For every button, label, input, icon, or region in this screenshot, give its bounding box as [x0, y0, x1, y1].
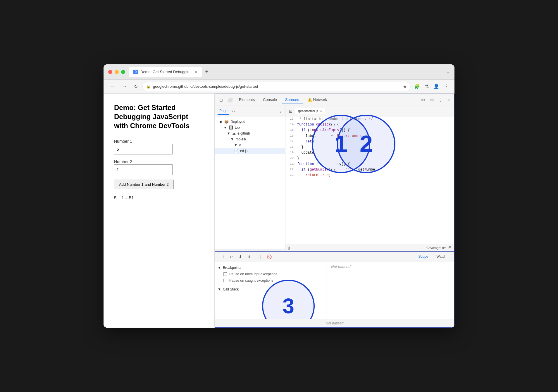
file-tree-github[interactable]: ▼ ☁ e.github: [215, 130, 285, 136]
code-line-13: 13 * limitations under the License. */: [285, 116, 454, 122]
caught-label: Pause on caught exceptions: [229, 278, 273, 283]
step-into-button[interactable]: ⬇: [237, 253, 244, 260]
maximize-traffic-light[interactable]: [121, 70, 125, 74]
code-line-16: 16 label. = 'Error: one c: [285, 133, 454, 139]
call-stack-header[interactable]: ▼ Call Stack: [218, 286, 324, 293]
browser-tab[interactable]: D Demo: Get Started Debuggin... ×: [129, 67, 202, 77]
file-tree-js[interactable]: 📄 ed.js: [215, 148, 285, 154]
not-paused-text: Not paused: [331, 264, 351, 269]
result-text: 5 + 1 = 51: [114, 195, 204, 200]
profile-button[interactable]: 👤: [432, 82, 440, 90]
coverage-button[interactable]: ⊞: [448, 245, 452, 250]
sources-menu-button[interactable]: ⋮: [279, 109, 283, 114]
tab-dropdown-icon[interactable]: ⌄: [446, 70, 450, 74]
code-line-22: 22 if (getNumber1() === '' || getNumbe: [285, 167, 454, 173]
coverage-text: Coverage: n/a: [426, 246, 447, 250]
d-arrow: ▼: [234, 143, 237, 147]
browser-window: D Demo: Get Started Debuggin... × + ⌄ ← …: [104, 64, 454, 328]
address-bar[interactable]: 🔒 googlechrome.github.io/devtools-sample…: [142, 82, 411, 91]
call-stack-label: Call Stack: [223, 287, 239, 291]
minimize-traffic-light[interactable]: [115, 70, 119, 74]
code-line-18: 18 }: [285, 145, 454, 150]
more-tabs-button[interactable]: >>: [419, 97, 427, 103]
breakpoints-header[interactable]: ▼ Breakpoints: [218, 264, 324, 271]
title-bar: D Demo: Get Started Debuggin... × + ⌄: [104, 64, 454, 80]
close-traffic-light[interactable]: [108, 70, 112, 74]
js-label: ed.js: [240, 149, 247, 153]
pretty-print-icon[interactable]: {}: [288, 246, 290, 250]
file-tree-samples[interactable]: ▼ mples/: [215, 136, 285, 142]
samples-label: mples/: [236, 137, 246, 141]
scope-tab[interactable]: Scope: [414, 253, 432, 260]
main-area: Demo: Get Started Debugging JavaScript w…: [104, 94, 454, 328]
sources-page-tab[interactable]: Page: [218, 108, 229, 115]
editor-status-bar: {} Coverage: n/a ⊞: [285, 244, 454, 251]
debug-tab-area: Scope Watch: [414, 253, 450, 260]
page-content: Demo: Get Started Debugging JavaScript w…: [104, 94, 215, 328]
editor-tab-close[interactable]: ×: [320, 109, 322, 113]
deployed-label: Deployed: [230, 120, 245, 124]
back-button[interactable]: ←: [108, 83, 118, 90]
top-label: top: [235, 125, 240, 130]
step-button[interactable]: →|: [254, 253, 263, 260]
uncaught-checkbox[interactable]: [223, 272, 227, 276]
device-mode-button[interactable]: ⬜: [226, 97, 234, 104]
scope-panel: Not paused: [326, 262, 454, 319]
pause-button[interactable]: ⏸: [219, 253, 226, 260]
tab-close-btn[interactable]: ×: [195, 70, 197, 74]
file-tree: ▶ 📦 Deployed ▼ 🔲 top ▼ ☁: [215, 116, 285, 249]
github-arrow: ▼: [227, 131, 230, 135]
code-editor[interactable]: 13 * limitations under the License. */ 1…: [285, 116, 454, 244]
forward-button[interactable]: →: [120, 83, 129, 90]
devtools-body-wrapper: Page >> ⋮ ▶ 📦 Deployed ▼: [215, 106, 454, 327]
file-tree-d[interactable]: ▼ d: [215, 142, 285, 148]
file-tree-top[interactable]: ▼ 🔲 top: [215, 125, 285, 130]
add-button[interactable]: Add Number 1 and Number 2: [114, 180, 174, 189]
code-line-21: 21 function i ty() {: [285, 161, 454, 167]
extensions-button[interactable]: 🧩: [413, 82, 421, 90]
call-stack-arrow: ▼: [218, 287, 221, 291]
top-arrow: ▼: [223, 125, 227, 130]
uncaught-label: Pause on uncaught exceptions: [229, 272, 277, 276]
sources-more-button[interactable]: >>: [232, 109, 235, 113]
breakpoints-panel: ▼ Breakpoints Pause on uncaught exceptio…: [215, 262, 326, 319]
number2-label: Number 2: [114, 159, 132, 164]
step-out-button[interactable]: ⬆: [246, 253, 253, 260]
tab-elements[interactable]: Elements: [235, 96, 258, 104]
nav-bar: ← → ↻ 🔒 googlechrome.github.io/devtools-…: [104, 80, 454, 94]
watch-tab[interactable]: Watch: [432, 253, 450, 260]
tab-favicon: D: [133, 70, 138, 74]
caught-checkbox[interactable]: [223, 279, 227, 282]
devtools-panel: ⊡ ⬜ Elements Console Sources ⚠️ Network …: [215, 94, 454, 328]
more-options-button[interactable]: ⋮: [437, 97, 445, 104]
settings-button[interactable]: ⚙: [428, 97, 436, 104]
breakpoint-caught: Pause on caught exceptions: [218, 277, 324, 284]
d-label: d: [239, 143, 241, 147]
tab-title: Demo: Get Started Debuggin...: [140, 70, 192, 74]
bookmark-icon[interactable]: ★: [403, 84, 407, 89]
close-devtools-button[interactable]: ×: [446, 97, 452, 104]
more-menu-button[interactable]: ⋮: [443, 82, 450, 90]
new-tab-button[interactable]: +: [203, 68, 211, 76]
inspect-element-button[interactable]: ⊡: [218, 97, 225, 104]
sources-scrollbar[interactable]: [215, 249, 285, 251]
file-tree-deployed[interactable]: ▶ 📦 Deployed: [215, 119, 285, 125]
code-line-19: 19 update: [285, 150, 454, 156]
traffic-lights: [108, 70, 125, 74]
number2-input[interactable]: [114, 164, 173, 175]
number1-input[interactable]: [114, 144, 173, 154]
debugger-panel: ⏸ ↩ ⬇ ⬆ →| 🚫 Scope Watch: [215, 251, 454, 327]
flask-button[interactable]: ⚗: [423, 82, 430, 90]
deactivate-breakpoints-button[interactable]: 🚫: [265, 253, 273, 260]
code-line-20: 20 }: [285, 156, 454, 161]
tab-network[interactable]: ⚠️ Network: [304, 96, 331, 104]
number1-label: Number 1: [114, 139, 132, 144]
editor-tab-get-started[interactable]: get-started.js ×: [295, 108, 325, 114]
breakpoint-uncaught: Pause on uncaught exceptions: [218, 271, 324, 277]
step-over-button[interactable]: ↩: [228, 253, 235, 260]
tab-sources[interactable]: Sources: [282, 96, 303, 104]
deployed-arrow: ▶: [220, 120, 223, 124]
tab-console[interactable]: Console: [259, 96, 280, 104]
breakpoints-arrow: ▼: [218, 266, 221, 270]
refresh-button[interactable]: ↻: [132, 82, 140, 90]
